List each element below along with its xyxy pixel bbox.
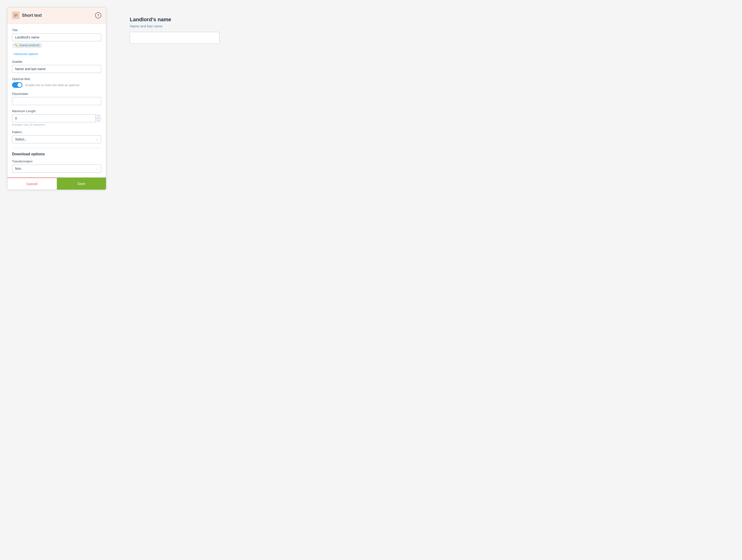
optional-field-row: Enable this to mark this field as option… bbox=[12, 82, 101, 88]
transformation-label: Transformation bbox=[12, 160, 101, 163]
preview-panel: Landlord’s name Name and last name bbox=[125, 7, 735, 53]
preview-title: Landlord’s name bbox=[130, 16, 730, 23]
pattern-select-wrapper: Select... Email Phone URL Numeric ⌄ bbox=[12, 135, 101, 143]
title-input[interactable] bbox=[12, 33, 101, 41]
page-container: Short text ? Title ✏️ {nameLandlord} - A… bbox=[7, 7, 735, 190]
optional-field-label: Optional field bbox=[12, 77, 101, 81]
placeholder-label: Placeholder bbox=[12, 92, 101, 96]
preview-input-field bbox=[130, 32, 219, 44]
stepper-down-button[interactable]: ⌄ bbox=[96, 118, 101, 122]
form-panel: Short text ? Title ✏️ {nameLandlord} - A… bbox=[7, 7, 106, 190]
optional-field-group: Optional field Enable this to mark this … bbox=[12, 77, 101, 88]
download-options-title: Download options bbox=[12, 152, 101, 156]
optional-toggle[interactable] bbox=[12, 82, 22, 88]
panel-header-left: Short text bbox=[12, 11, 42, 19]
preview-subtitle: Name and last name bbox=[130, 24, 730, 28]
panel-footer: Cancel Save bbox=[7, 177, 106, 190]
panel-header: Short text ? bbox=[7, 7, 106, 23]
subtitle-group: Subtitle bbox=[12, 60, 101, 73]
max-length-input[interactable] bbox=[12, 114, 101, 122]
pattern-label: Pattern bbox=[12, 130, 101, 134]
max-length-stepper: ⌃ ⌄ bbox=[12, 114, 101, 122]
toggle-slider bbox=[12, 82, 22, 88]
optional-toggle-description: Enable this to mark this field as option… bbox=[25, 83, 79, 87]
short-text-icon bbox=[12, 11, 19, 19]
placeholder-input[interactable] bbox=[12, 97, 101, 105]
subtitle-label: Subtitle bbox=[12, 60, 101, 63]
pencil-icon: ✏️ bbox=[15, 44, 18, 47]
stepper-buttons: ⌃ ⌄ bbox=[95, 114, 101, 122]
panel-title: Short text bbox=[22, 13, 42, 18]
title-group: Title ✏️ {nameLandlord} bbox=[12, 28, 101, 48]
save-button[interactable]: Save bbox=[57, 177, 106, 190]
max-length-group: Maximum Lenght ⌃ ⌄ Example: max 32 chara… bbox=[12, 109, 101, 126]
panel-body: Title ✏️ {nameLandlord} - Advanced optio… bbox=[7, 23, 106, 172]
pattern-group: Pattern Select... Email Phone URL Numeri… bbox=[12, 130, 101, 143]
max-length-label: Maximum Lenght bbox=[12, 109, 101, 113]
variable-tag[interactable]: ✏️ {nameLandlord} bbox=[12, 43, 42, 48]
cancel-button[interactable]: Cancel bbox=[7, 177, 57, 190]
variable-tag-text: {nameLandlord} bbox=[19, 44, 39, 47]
section-divider bbox=[12, 148, 101, 148]
pattern-select[interactable]: Select... Email Phone URL Numeric bbox=[12, 135, 101, 143]
stepper-up-button[interactable]: ⌃ bbox=[96, 114, 101, 118]
placeholder-group: Placeholder bbox=[12, 92, 101, 105]
title-label: Title bbox=[12, 28, 101, 32]
max-length-hint: Example: max 32 characters bbox=[12, 123, 101, 126]
help-icon[interactable]: ? bbox=[95, 12, 101, 18]
transformation-group: Transformation Non Uppercase Lowercase C… bbox=[12, 160, 101, 172]
transformation-select[interactable]: Non Uppercase Lowercase Capitalize bbox=[12, 164, 101, 172]
subtitle-input[interactable] bbox=[12, 65, 101, 73]
download-options-section: Download options Transformation Non Uppe… bbox=[12, 152, 101, 172]
advanced-options-link[interactable]: - Advanced options bbox=[12, 52, 101, 56]
transformation-select-wrapper: Non Uppercase Lowercase Capitalize ⌄ bbox=[12, 164, 101, 172]
